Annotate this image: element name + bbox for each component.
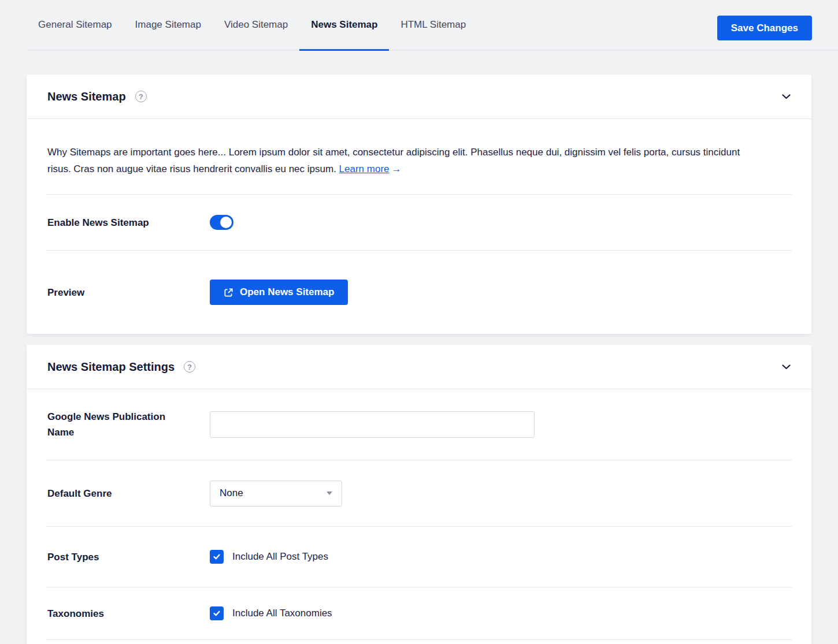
- default-genre-selected-value: None: [220, 487, 243, 499]
- preview-row: Preview Open News Sitemap: [27, 251, 811, 334]
- check-icon: [213, 609, 221, 617]
- include-all-post-types-checkbox[interactable]: [210, 550, 224, 564]
- chevron-down-icon[interactable]: [782, 364, 791, 370]
- chevron-down-icon[interactable]: [782, 94, 791, 99]
- learn-more-arrow-icon[interactable]: →: [392, 163, 402, 174]
- default-genre-select[interactable]: None: [210, 481, 342, 507]
- news-sitemap-settings-card: News Sitemap Settings ? Google News Publ…: [27, 345, 811, 644]
- external-link-icon: [224, 288, 233, 297]
- publication-name-input[interactable]: [210, 411, 535, 438]
- publication-name-row: Google News Publication Name: [27, 389, 811, 460]
- card-title: News Sitemap: [47, 90, 126, 103]
- default-genre-row: Default Genre None: [27, 460, 811, 526]
- enable-news-sitemap-row: Enable News Sitemap: [27, 195, 811, 250]
- publication-name-label: Google News Publication Name: [47, 409, 210, 440]
- enable-news-sitemap-label: Enable News Sitemap: [47, 215, 210, 230]
- taxonomies-row: Taxonomies Include All Taxonomies: [27, 587, 811, 639]
- caret-down-icon: [327, 492, 332, 495]
- tab-video-sitemap[interactable]: Video Sitemap: [213, 0, 299, 50]
- card-title: News Sitemap Settings: [47, 360, 175, 374]
- card-description: Why Sitemaps are important goes here... …: [27, 119, 811, 194]
- toggle-knob: [220, 217, 232, 228]
- sitemap-tabs-bar: General Sitemap Image Sitemap Video Site…: [27, 0, 838, 51]
- open-news-sitemap-label: Open News Sitemap: [240, 286, 334, 298]
- news-sitemap-card-header: News Sitemap ?: [27, 75, 811, 119]
- save-changes-button[interactable]: Save Changes: [717, 16, 812, 40]
- settings-card-header: News Sitemap Settings ?: [27, 345, 811, 389]
- tab-list: General Sitemap Image Sitemap Video Site…: [27, 0, 838, 50]
- default-genre-label: Default Genre: [47, 486, 210, 501]
- preview-label: Preview: [47, 285, 210, 300]
- taxonomies-label: Taxonomies: [47, 606, 210, 621]
- post-types-label: Post Types: [47, 549, 210, 565]
- include-all-taxonomies-label: Include All Taxonomies: [232, 608, 332, 619]
- help-icon[interactable]: ?: [184, 361, 195, 373]
- tab-news-sitemap[interactable]: News Sitemap: [299, 0, 389, 50]
- include-all-taxonomies-checkbox[interactable]: [210, 606, 224, 620]
- enable-news-sitemap-toggle[interactable]: [210, 215, 233, 230]
- check-icon: [213, 553, 221, 561]
- tab-general-sitemap[interactable]: General Sitemap: [27, 0, 124, 50]
- news-sitemap-card: News Sitemap ? Why Sitemaps are importan…: [27, 75, 811, 334]
- divider: [46, 639, 792, 640]
- include-all-post-types-label: Include All Post Types: [232, 551, 328, 563]
- post-types-row: Post Types Include All Post Types: [27, 527, 811, 587]
- open-news-sitemap-button[interactable]: Open News Sitemap: [210, 280, 348, 305]
- tab-html-sitemap[interactable]: HTML Sitemap: [389, 0, 477, 50]
- tab-image-sitemap[interactable]: Image Sitemap: [124, 0, 213, 50]
- learn-more-link[interactable]: Learn more: [339, 163, 390, 174]
- help-icon[interactable]: ?: [135, 91, 147, 102]
